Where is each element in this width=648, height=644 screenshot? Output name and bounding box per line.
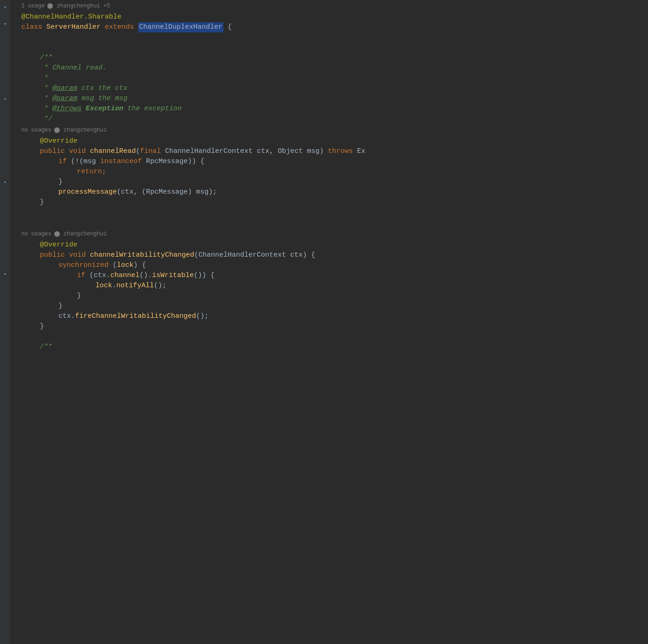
gutter-2 xyxy=(2,28,8,36)
classname-serverhandler: ServerHandler xyxy=(46,22,105,32)
usage-count-3: no usages xyxy=(21,229,51,239)
var-lock-1: lock xyxy=(117,260,133,271)
comment-channel-read: * Channel read. xyxy=(40,63,107,73)
author-3: zhangchenghui xyxy=(64,229,107,239)
gutter-fold-3[interactable]: ▾ xyxy=(2,95,8,103)
code-line-comment-star: * xyxy=(19,73,648,83)
brace-close-3: } xyxy=(77,291,81,301)
keyword-synchronized: synchronized xyxy=(58,260,113,271)
method-channelwritabilitychanged: channelWritabilityChanged xyxy=(90,250,194,260)
author-1: zhangchenghui +5 xyxy=(57,1,110,11)
annotation-override-1: @Override xyxy=(40,136,77,146)
gutter-25 xyxy=(2,236,8,245)
keyword-class: class xyxy=(21,22,46,32)
code-line-comment-param-ctx: * @param ctx the ctx xyxy=(19,83,648,94)
code-line-comment-param-msg: * @param msg the msg xyxy=(19,94,648,104)
comment-exception-bold: Exception xyxy=(86,104,123,114)
user-icon-2 xyxy=(54,127,60,133)
keyword-if-1: if xyxy=(58,157,71,167)
synchronized-brace: ) { xyxy=(133,260,146,271)
keyword-final: final xyxy=(140,146,165,157)
blank-4 xyxy=(19,218,648,228)
annotation-override-2: @Override xyxy=(40,240,77,250)
gutter-12 xyxy=(2,120,8,128)
code-line-synchronized: synchronized (lock) { xyxy=(19,260,648,271)
type-channelhandlercontext-1: ChannelHandlerContext ctx, Object msg) xyxy=(165,146,328,157)
gutter: ▾ ▾ ▾ ▾ ▾ xyxy=(0,0,10,644)
user-icon-1 xyxy=(47,3,53,9)
comment-throws-space xyxy=(82,104,86,114)
method-channelread: channelRead xyxy=(90,146,136,157)
gutter-16 xyxy=(2,153,8,161)
code-line-class-decl: class ServerHandler extends ChannelDuple… xyxy=(19,22,648,32)
code-line-comment-close: */ xyxy=(19,114,648,124)
gutter-9 xyxy=(2,86,8,95)
author-2: zhangchenghui xyxy=(64,125,107,135)
classname-channelduplexhandler: ChannelDuplexHandler xyxy=(138,22,223,32)
comment-throws-text: the exception xyxy=(123,104,182,114)
gutter-11 xyxy=(2,111,8,120)
comment-star: * xyxy=(40,73,48,83)
comment-tag-throws: @throws xyxy=(52,104,82,114)
code-line-brace-close-3: } xyxy=(19,291,648,301)
gutter-17 xyxy=(2,161,8,170)
code-line-comment-open-2: /** xyxy=(19,342,648,352)
keyword-public-2: public xyxy=(40,250,69,260)
gutter-24 xyxy=(2,228,8,236)
gutter-21 xyxy=(2,203,8,211)
code-line-return: return; xyxy=(19,167,648,177)
comment-open: /** xyxy=(40,53,52,63)
code-area: 1 usage zhangchenghui +5 @ChannelHandler… xyxy=(10,0,648,644)
code-line-if-iswritable: if (ctx.channel().isWritable()) { xyxy=(19,271,648,281)
meta-line-3: no usages zhangchenghui xyxy=(19,228,648,240)
if-iswritable: (ctx. xyxy=(89,271,110,281)
gutter-fold-1[interactable]: ▾ xyxy=(2,3,8,11)
brace-close-4: } xyxy=(58,301,63,311)
gutter-fold-2[interactable]: ▾ xyxy=(2,19,8,28)
code-line-processmessage: processMessage(ctx, (RpcMessage) msg); xyxy=(19,187,648,197)
paren-msg: (!(msg xyxy=(71,157,100,167)
comment-star-param-ctx: * xyxy=(40,83,52,94)
gutter-4 xyxy=(2,44,8,53)
usage-count-1: 1 usage xyxy=(21,1,44,11)
keyword-if-2: if xyxy=(77,271,89,281)
gutter-10 xyxy=(2,103,8,111)
code-line-brace-close-1: } xyxy=(19,177,648,187)
throws-suffix: Ex xyxy=(353,146,365,157)
comment-tag-param-msg: @param xyxy=(52,94,77,104)
brace-open: { xyxy=(223,22,232,32)
user-icon-3 xyxy=(54,231,60,237)
brace-close-1: } xyxy=(58,177,63,187)
gutter-fold-4[interactable]: ▾ xyxy=(2,178,8,186)
blank-5 xyxy=(19,332,648,342)
keyword-extends: extends xyxy=(105,22,138,32)
annotation-sharable: @ChannelHandler.Sharable xyxy=(21,12,121,22)
method-processmessage: processMessage xyxy=(58,187,117,197)
usage-count-2: no usages xyxy=(21,125,51,135)
code-line-annotation-sharable: @ChannelHandler.Sharable xyxy=(19,12,648,22)
paren-open-1: ( xyxy=(136,146,140,157)
cwc-args: (ChannelHandlerContext ctx) { xyxy=(194,250,315,260)
comment-param-msg-text: msg the msg xyxy=(77,94,127,104)
gutter-3 xyxy=(2,36,8,44)
gutter-26 xyxy=(2,245,8,253)
code-line-firechannelwritabilitychanged: ctx.fireChannelWritabilityChanged(); xyxy=(19,311,648,322)
code-line-brace-close-2: } xyxy=(19,197,648,208)
code-line-comment-channel-read: * Channel read. xyxy=(19,63,648,73)
meta-line-2: no usages zhangchenghui xyxy=(19,124,648,136)
code-line-override-1: @Override xyxy=(19,136,648,146)
gutter-28 xyxy=(2,261,8,270)
keyword-instanceof: instanceof xyxy=(100,157,146,167)
code-line-comment-throws: * @throws Exception the exception xyxy=(19,104,648,114)
gutter-13 xyxy=(2,128,8,136)
code-line-brace-close-4: } xyxy=(19,301,648,311)
gutter-19 xyxy=(2,186,8,195)
gutter-fold-5[interactable]: ▾ xyxy=(2,270,8,278)
blank-1 xyxy=(19,32,648,43)
keyword-public-1: public xyxy=(40,146,69,157)
gutter-18 xyxy=(2,170,8,178)
gutter-27 xyxy=(2,253,8,261)
method-channel: channel xyxy=(110,271,140,281)
code-line-override-2: @Override xyxy=(19,240,648,250)
comment-star-throws: * xyxy=(40,104,52,114)
